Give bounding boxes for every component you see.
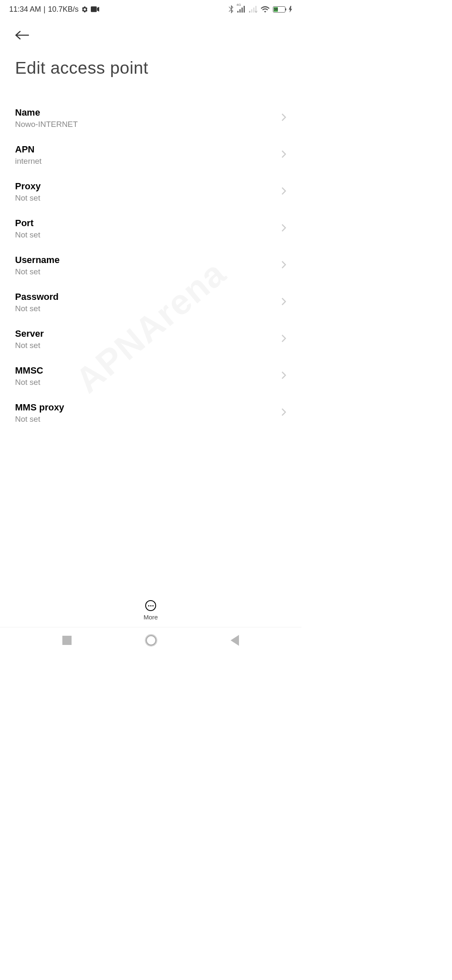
setting-mms-proxy[interactable]: MMS proxy Not set	[15, 395, 286, 431]
setting-label: Server	[15, 328, 44, 339]
status-data-speed: 10.7KB/s	[48, 5, 79, 14]
svg-rect-7	[253, 8, 254, 13]
svg-rect-4	[244, 6, 245, 13]
svg-rect-1	[237, 11, 239, 13]
chevron-right-icon	[281, 408, 286, 418]
arrow-left-icon	[15, 31, 29, 40]
nav-back-button[interactable]	[231, 635, 239, 646]
status-separator: |	[44, 5, 46, 14]
setting-value: Not set	[15, 341, 44, 350]
setting-value: Nowo-INTERNET	[15, 120, 78, 129]
settings-list: Name Nowo-INTERNET APN internet Proxy No…	[0, 100, 301, 447]
svg-rect-0	[91, 6, 97, 12]
chevron-right-icon	[281, 224, 286, 234]
chevron-right-icon	[281, 297, 286, 307]
chevron-right-icon	[281, 150, 286, 160]
svg-rect-3	[241, 8, 243, 13]
svg-rect-5	[249, 11, 250, 13]
battery-icon: 38	[273, 6, 285, 13]
video-icon	[91, 6, 99, 12]
nav-recent-button[interactable]	[62, 636, 72, 645]
setting-label: Proxy	[15, 181, 41, 192]
more-button[interactable]: More	[144, 600, 158, 621]
signal-4g-icon: 4G	[237, 6, 246, 13]
more-label: More	[144, 614, 158, 621]
chevron-right-icon	[281, 113, 286, 123]
chevron-right-icon	[281, 334, 286, 344]
gear-icon	[81, 6, 88, 13]
setting-label: Port	[15, 218, 40, 229]
setting-value: internet	[15, 157, 41, 166]
setting-name[interactable]: Name Nowo-INTERNET	[15, 100, 286, 137]
bluetooth-icon	[228, 5, 234, 13]
signal-weak-icon	[249, 6, 257, 13]
battery-level: 38	[274, 7, 278, 12]
wifi-icon	[261, 6, 270, 13]
navigation-bar	[0, 627, 301, 653]
setting-value: Not set	[15, 267, 59, 276]
setting-value: Not set	[15, 304, 59, 313]
app-header: Edit access point	[0, 18, 301, 78]
back-button[interactable]	[15, 27, 32, 44]
setting-port[interactable]: Port Not set	[15, 210, 286, 247]
setting-label: Password	[15, 291, 59, 302]
setting-username[interactable]: Username Not set	[15, 247, 286, 284]
setting-value: Not set	[15, 378, 43, 387]
setting-apn[interactable]: APN internet	[15, 137, 286, 173]
setting-value: Not set	[15, 193, 41, 203]
more-icon	[145, 600, 156, 611]
svg-rect-6	[251, 9, 252, 13]
setting-label: MMSC	[15, 365, 43, 376]
setting-mmsc[interactable]: MMSC Not set	[15, 358, 286, 395]
setting-label: MMS proxy	[15, 402, 64, 413]
nav-home-button[interactable]	[146, 635, 157, 646]
setting-label: Username	[15, 255, 59, 266]
bottom-action-bar: More	[0, 594, 301, 627]
status-time: 11:34 AM	[9, 5, 41, 14]
status-bar: 11:34 AM | 10.7KB/s 4G 38	[0, 0, 301, 18]
svg-rect-2	[239, 9, 241, 13]
setting-label: APN	[15, 144, 41, 155]
setting-password[interactable]: Password Not set	[15, 284, 286, 321]
setting-value: Not set	[15, 415, 64, 424]
charging-icon	[289, 6, 292, 13]
chevron-right-icon	[281, 260, 286, 271]
setting-value: Not set	[15, 230, 40, 240]
chevron-right-icon	[281, 371, 286, 381]
chevron-right-icon	[281, 187, 286, 197]
setting-label: Name	[15, 107, 78, 118]
setting-server[interactable]: Server Not set	[15, 321, 286, 358]
setting-proxy[interactable]: Proxy Not set	[15, 173, 286, 210]
page-title: Edit access point	[15, 58, 286, 78]
